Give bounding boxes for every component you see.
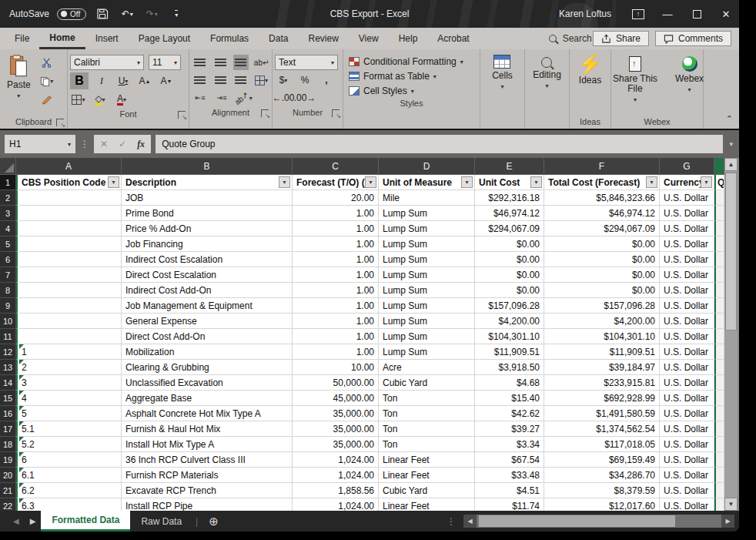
cell-unit-cost[interactable]: $0.00 (475, 283, 544, 298)
share-button[interactable]: Share (593, 31, 649, 46)
tab-formulas[interactable]: Formulas (200, 28, 259, 49)
font-name-combo[interactable]: Calibri▾ (70, 55, 144, 70)
cell-total-cost[interactable]: $157,096.28 (544, 298, 660, 314)
copy-button[interactable]: ▾ (38, 73, 55, 89)
row-header-9[interactable]: 9 (0, 298, 16, 314)
cell-total-cost[interactable]: $0.00 (544, 283, 660, 298)
cell-unit-of-measure[interactable]: Ton (379, 406, 475, 421)
search-box[interactable]: Search (549, 33, 592, 44)
cell-code[interactable]: 6 (16, 452, 122, 468)
cell-total-cost[interactable]: $104,301.10 (544, 329, 660, 344)
row-header-3[interactable]: 3 (0, 206, 16, 221)
cell-unit-of-measure[interactable]: Cubic Yard (379, 483, 475, 498)
cell-currency[interactable]: U.S. Dollar (660, 267, 714, 283)
cell-forecast[interactable]: 10.00 (293, 360, 379, 375)
cell-code[interactable]: 6.3 (16, 498, 122, 511)
underline-button[interactable]: U▾ (115, 73, 132, 89)
merge-center-button[interactable]: ▾ (253, 72, 269, 88)
row-header-17[interactable]: 17 (0, 421, 16, 437)
cell-h-column[interactable] (714, 437, 724, 452)
column-header-H[interactable] (714, 158, 724, 175)
cell-forecast[interactable]: 1.00 (293, 236, 379, 252)
cell-unit-of-measure[interactable]: Lump Sum (379, 206, 475, 221)
cell-currency[interactable]: U.S. Dollar (660, 468, 714, 483)
cell-currency[interactable]: U.S. Dollar (660, 391, 714, 406)
cell-description[interactable]: Aggregate Base (122, 391, 293, 406)
cell-code[interactable]: 1 (16, 344, 122, 360)
sheet-tab-raw-data[interactable]: Raw Data (130, 511, 192, 532)
cell-forecast[interactable]: 35,000.00 (293, 437, 379, 452)
filter-dropdown-icon[interactable]: ▼ (701, 176, 712, 188)
fill-color-button[interactable]: ◇▾ (92, 92, 109, 107)
cell-h-column[interactable] (714, 498, 724, 511)
maximize-button[interactable] (684, 2, 710, 25)
alignment-dialog-launcher[interactable] (261, 109, 269, 117)
column-header-A[interactable]: A (16, 158, 122, 175)
shrink-font-button[interactable]: A▼ (158, 73, 175, 89)
cell-forecast[interactable]: 1.00 (293, 314, 379, 329)
cell-h-column[interactable] (714, 221, 724, 236)
cell-unit-cost[interactable]: $292,316.18 (475, 190, 544, 206)
cell-code[interactable] (16, 221, 122, 236)
row-header-2[interactable]: 2 (0, 190, 16, 206)
cell-unit-cost[interactable]: $157,096.28 (475, 298, 544, 314)
cell-currency[interactable]: U.S. Dollar (660, 314, 714, 329)
cell-currency[interactable]: U.S. Dollar (660, 206, 714, 221)
cell-unit-cost[interactable]: $3.34 (475, 437, 544, 452)
table-header-cell[interactable]: Description▼ (122, 175, 293, 190)
cell-description[interactable]: Price % Add-On (122, 221, 293, 236)
filter-dropdown-icon[interactable]: ▼ (365, 176, 376, 188)
cell-h-column[interactable] (714, 298, 724, 314)
tab-home[interactable]: Home (39, 28, 85, 49)
accounting-format-button[interactable]: $▾ (275, 72, 292, 88)
cell-forecast[interactable]: 1,024.00 (293, 498, 379, 511)
cell-h-column[interactable] (714, 344, 724, 360)
tab-help[interactable]: Help (389, 28, 428, 49)
cell-unit-cost[interactable]: $294,067.09 (475, 221, 544, 236)
cell-unit-of-measure[interactable]: Linear Feet (379, 468, 475, 483)
cell-currency[interactable]: U.S. Dollar (660, 190, 714, 206)
cell-forecast[interactable]: 1.00 (293, 298, 379, 314)
tab-review[interactable]: Review (298, 28, 348, 49)
cell-total-cost[interactable]: $1,374,562.54 (544, 421, 660, 437)
cell-h-column[interactable] (714, 267, 724, 283)
close-button[interactable]: ✕ (713, 2, 739, 25)
table-header-cell[interactable]: CBS Position Code▼ (16, 175, 122, 190)
cell-currency[interactable]: U.S. Dollar (660, 221, 714, 236)
cell-h-column[interactable] (714, 283, 724, 298)
cell-total-cost[interactable]: $1,491,580.59 (544, 406, 660, 421)
paste-button[interactable]: Paste ▾ (2, 52, 35, 115)
cell-forecast[interactable]: 35,000.00 (293, 421, 379, 437)
bold-button[interactable]: B (70, 72, 89, 89)
cell-description[interactable]: General Expense (122, 314, 293, 329)
cell-unit-cost[interactable]: $46,974.12 (475, 206, 544, 221)
cell-currency[interactable]: U.S. Dollar (660, 498, 714, 511)
cell-currency[interactable]: U.S. Dollar (660, 483, 714, 498)
scroll-right-icon[interactable]: ▶ (721, 515, 734, 528)
cell-unit-of-measure[interactable]: Linear Feet (379, 452, 475, 468)
align-center-button[interactable] (212, 72, 229, 88)
tab-acrobat[interactable]: Acrobat (427, 28, 479, 49)
cell-forecast[interactable]: 1.00 (293, 221, 379, 236)
cell-h-column[interactable] (714, 190, 724, 206)
row-header-21[interactable]: 21 (0, 483, 16, 498)
cell-description[interactable]: JOB (122, 190, 293, 206)
cell-unit-cost[interactable]: $0.00 (475, 267, 544, 283)
cell-code[interactable] (16, 267, 122, 283)
cell-description[interactable]: Mobilization (122, 344, 293, 360)
format-painter-button[interactable] (38, 92, 55, 107)
cell-unit-of-measure[interactable]: Linear Feet (379, 498, 475, 511)
cell-unit-cost[interactable]: $0.00 (475, 236, 544, 252)
insert-function-button[interactable]: fx (137, 139, 145, 150)
cell-forecast[interactable]: 45,000.00 (293, 391, 379, 406)
cell-description[interactable]: Install Hot Mix Type A (122, 437, 293, 452)
row-header-19[interactable]: 19 (0, 452, 16, 468)
cell-total-cost[interactable]: $0.00 (544, 236, 660, 252)
cell-forecast[interactable]: 20.00 (293, 190, 379, 206)
cell-description[interactable]: 36 Inch RCP Culvert Class III (122, 452, 293, 468)
scroll-up-icon[interactable]: ▲ (724, 158, 738, 171)
autosave-toggle[interactable]: Off (57, 8, 86, 20)
row-header-13[interactable]: 13 (0, 360, 16, 375)
column-header-G[interactable]: G (660, 158, 714, 175)
filter-dropdown-icon[interactable]: ▼ (646, 176, 657, 188)
